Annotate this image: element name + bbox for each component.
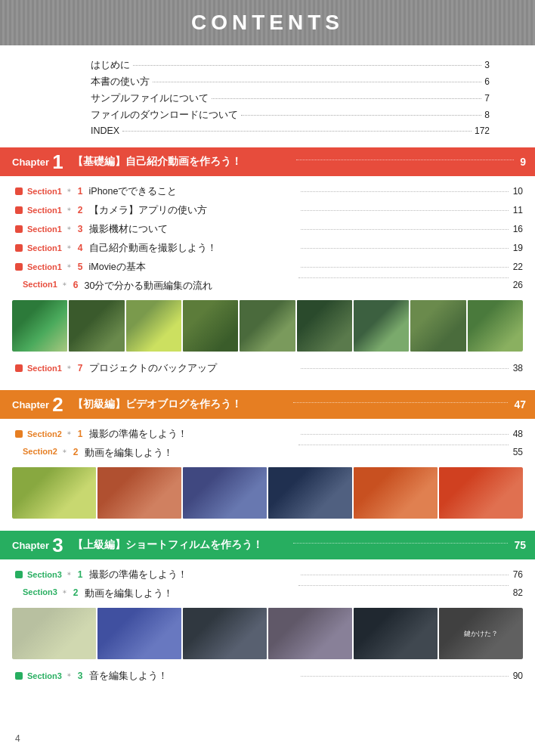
section-text: 音を編集しよう！ [89,670,297,683]
image-cell [354,467,438,519]
section-dots [301,229,509,230]
chapter-page: 9 [520,156,526,168]
section-sep: ＊ [65,262,73,273]
intro-item: ファイルのダウンロードについて 8 [91,109,490,122]
section-num: 2 [78,205,83,215]
intro-label: 本書の使い方 [91,76,150,88]
page-number: 4 [15,733,20,744]
image-cell [12,300,67,352]
section-text: プロジェクトのバックアップ [89,362,297,375]
section-bullet [15,571,23,578]
section-page: 22 [513,262,523,272]
section-item-bar: Section3 ＊ 2 動画を編集しよう！ 82 [0,584,535,603]
image-cell: 鍵かけた？ [439,608,523,659]
intro-item: INDEX 172 [91,125,490,136]
image-cell [126,300,181,352]
section-item: Section1 ＊ 1 iPhoneでできること 10 [0,182,535,201]
section-text: 動画を編集しよう！ [85,447,295,460]
section-page: 11 [513,205,523,215]
section-dots [301,210,509,211]
section-dots [301,434,509,435]
section-num: 3 [78,671,83,681]
section-item: Section3 ＊ 1 撮影の準備をしよう！ 76 [0,565,535,584]
section-page: 26 [513,280,523,293]
section-tag: Section1 [27,187,62,196]
section-tag: Section1 [27,262,62,271]
chapter-block-ch2: Chapter 2 【初級編】ビデオブログを作ろう！ 47 Section2 ＊… [0,390,535,519]
section-sep: ＊ [65,429,73,440]
section-dots [301,575,509,575]
contents-title: CONTENTS [0,11,535,35]
section-dots [301,191,509,192]
toc-intro: はじめに 3 本書の使い方 6 サンプルファイルについて 7 ファイルのダウンロ… [0,59,535,147]
chapter-header-ch2: Chapter 2 【初級編】ビデオブログを作ろう！ 47 [0,390,535,419]
image-cell [97,608,181,659]
image-strip-ch1 [12,300,523,352]
section-text: 撮影の準備をしよう！ [89,569,297,581]
intro-label: INDEX [91,125,119,136]
chapter-label: Chapter [12,540,49,551]
chapter-title: 【初級編】ビデオブログを作ろう！ [73,398,287,411]
intro-page: 172 [475,125,490,136]
intro-page: 7 [484,93,490,104]
chapter-header-ch1: Chapter 1 【基礎編】自己紹介動画を作ろう！ 9 [0,147,535,176]
section-text: 撮影機材について [89,223,297,236]
section-num: 6 [73,280,79,293]
chapter-title: 【基礎編】自己紹介動画を作ろう！ [73,155,290,169]
section-tag: Section1 [27,364,62,373]
section-item: Section1 ＊ 5 iMovieの基本 22 [0,258,535,277]
section-sep: ＊ [65,363,73,374]
section-dots [301,267,509,268]
image-cell [12,467,96,519]
section-tag: Section3 [27,671,62,680]
section-sep: ＊ [65,243,73,254]
section-num: 1 [78,186,83,197]
contents-header: CONTENTS [0,0,535,45]
section-page: 10 [513,186,523,197]
section-bullet [15,672,23,680]
section-bullet [15,206,23,214]
intro-page: 6 [484,76,490,87]
dots-line [212,98,481,99]
section-item: Section2 ＊ 1 撮影の準備をしよう！ 48 [0,425,535,444]
image-cell [69,300,124,352]
intro-item: サンプルファイルについて 7 [91,92,490,105]
section-sep: ＊ [60,587,69,600]
section-bullet [15,430,23,438]
intro-label: ファイルのダウンロードについて [91,109,238,122]
section-text: iMovieの基本 [89,261,297,274]
image-cell [183,300,238,352]
section-tag: Section1 [27,206,62,215]
section-text: iPhoneでできること [89,185,297,198]
section-text: 30分で分かる動画編集の流れ [85,280,295,293]
chapter-dots [293,543,508,544]
section-item: Section3 ＊ 3 音を編集しよう！ 90 [0,667,535,686]
section-dots [301,368,509,369]
section-text: 動画を編集しよう！ [85,587,295,600]
image-cell [97,467,181,519]
image-overlay-text: 鍵かけた？ [462,627,499,640]
image-strip-ch3: 鍵かけた？ [12,608,523,659]
section-num: 3 [78,224,83,234]
section-page: 16 [513,224,523,234]
section-bullet [15,364,23,372]
image-cell [240,300,295,352]
image-cell [268,467,352,519]
image-strip-ch2 [12,467,523,519]
section-num: 2 [73,447,79,460]
section-num: 1 [78,569,83,580]
section-sep: ＊ [65,205,73,216]
section-text: 自己紹介動画を撮影しよう！ [89,242,297,255]
section-dots [298,585,509,586]
section-page: 90 [513,671,523,681]
section-sep: ＊ [60,280,69,293]
image-cell [12,608,96,659]
section-bullet [15,244,23,252]
image-cell [268,608,352,659]
chapter-title: 【上級編】ショートフィルムを作ろう！ [73,538,287,552]
chapter-label: Chapter [12,156,49,168]
section-item: Section1 ＊ 3 撮影機材について 16 [0,220,535,239]
section-num: 1 [78,429,83,439]
image-cell [439,467,523,519]
section-num: 5 [78,262,83,272]
